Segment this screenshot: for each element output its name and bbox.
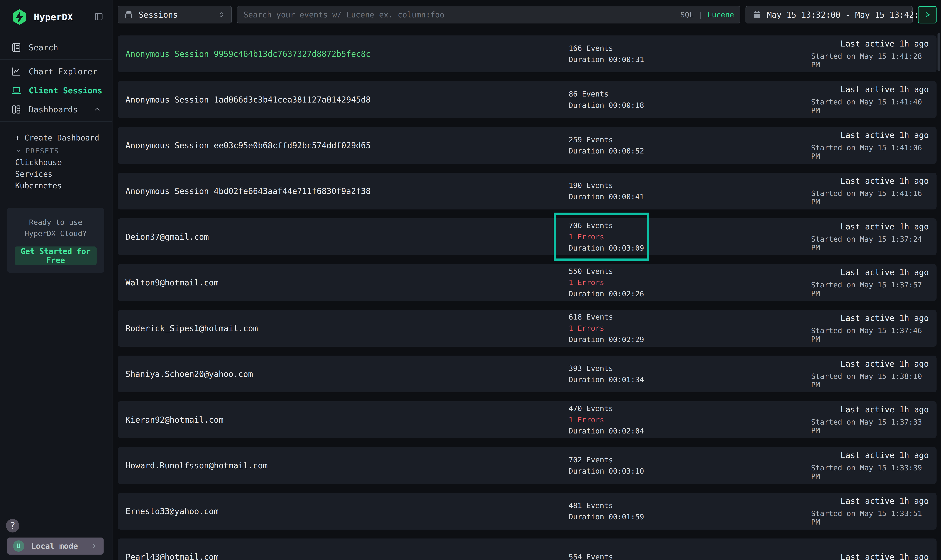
session-started: Started on May 15 1:38:10 PM (811, 372, 929, 389)
get-started-button[interactable]: Get Started for Free (15, 246, 97, 265)
chevron-right-icon (90, 542, 98, 550)
sidebar: HyperDX Search Chart Explorer Client Ses… (0, 0, 113, 560)
session-last-active: Last active 1h ago (841, 496, 929, 506)
sql-mode-button[interactable]: SQL (680, 11, 694, 19)
session-events: 166 Events (569, 44, 811, 53)
session-row[interactable]: Howard.Runolfsson@hotmail.com 702 Events… (118, 447, 936, 484)
chevron-down-icon (15, 147, 22, 154)
session-meta: Last active 1h ago Started on May 15 1:4… (811, 39, 929, 69)
session-stats: 259 Events Duration 00:00:52 (569, 135, 811, 155)
session-name: Anonymous Session 1ad066d3c3b41cea381127… (125, 95, 569, 105)
sidebar-nav: Search Chart Explorer Client Sessions Da… (0, 38, 112, 124)
dashboards-icon (11, 104, 22, 115)
run-query-button[interactable] (918, 6, 936, 23)
presets-label: PRESETS (26, 147, 59, 155)
session-last-active: Last active 1h ago (841, 552, 929, 560)
session-started: Started on May 15 1:41:28 PM (811, 52, 929, 69)
sidebar-item-label: Dashboards (29, 105, 78, 114)
session-stats: 481 Events Duration 00:01:59 (569, 501, 811, 522)
session-started: Started on May 15 1:41:06 PM (811, 143, 929, 160)
calendar-icon (753, 10, 761, 19)
journal-icon (11, 42, 22, 53)
query-language-toggle: SQL | Lucene (680, 11, 734, 19)
divider (0, 121, 112, 122)
source-select[interactable]: Sessions (118, 6, 232, 23)
search-bar: SQL | Lucene (237, 6, 740, 23)
session-row[interactable]: Roderick_Sipes1@hotmail.com 618 Events 1… (118, 310, 936, 347)
session-meta: Last active 1h ago Started on May 15 1:4… (811, 85, 929, 115)
session-last-active: Last active 1h ago (841, 451, 929, 460)
session-duration: Duration 00:01:34 (569, 375, 811, 384)
session-started: Started on May 15 1:37:33 PM (811, 418, 929, 435)
session-name: Pearl43@hotmail.com (125, 552, 569, 560)
session-name: Walton9@hotmail.com (125, 278, 569, 288)
session-row[interactable]: Anonymous Session 9959c464b13dc7637327d8… (118, 35, 936, 72)
session-meta: Last active 1h ago Started on May 15 1:3… (811, 313, 929, 343)
hyperdx-logo-icon (11, 9, 28, 26)
session-events: 470 Events (569, 404, 811, 413)
session-stats: 393 Events Duration 00:01:34 (569, 364, 811, 384)
scrollbar-thumb[interactable] (938, 33, 940, 71)
presets-toggle[interactable]: PRESETS (15, 145, 107, 157)
session-row[interactable]: Anonymous Session ee03c95e0b68cffd92bc57… (118, 127, 936, 164)
session-meta: Last active 1h ago Started on May 15 1:3… (811, 268, 929, 298)
cloud-promo-text: Ready to use HyperDX Cloud? (15, 217, 97, 239)
session-started: Started on May 15 1:33:39 PM (811, 463, 929, 480)
time-range-picker[interactable]: May 15 13:32:00 - May 15 13:42:00 (745, 6, 913, 23)
session-row[interactable]: Pearl43@hotmail.com 554 Events Last acti… (118, 538, 936, 560)
session-stats: 470 Events 1 Errors Duration 00:02:04 (569, 404, 811, 435)
session-duration: Duration 00:00:52 (569, 146, 811, 155)
session-events: 259 Events (569, 135, 811, 145)
play-icon (922, 10, 932, 20)
session-duration: Duration 00:00:41 (569, 192, 811, 202)
session-meta: Last active 1h ago Started on May 15 1:3… (811, 405, 929, 435)
session-last-active: Last active 1h ago (841, 222, 929, 231)
preset-item-services[interactable]: Services (15, 168, 107, 180)
session-stats: 702 Events Duration 00:03:10 (569, 455, 811, 476)
session-row[interactable]: Anonymous Session 1ad066d3c3b41cea381127… (118, 81, 936, 118)
sidebar-item-client-sessions[interactable]: Client Sessions (5, 81, 107, 100)
query-toolbar: Sessions SQL | Lucene May 15 13:32:00 - … (118, 6, 936, 23)
session-duration: Duration 00:03:09 (569, 243, 811, 253)
session-last-active: Last active 1h ago (841, 85, 929, 94)
search-input[interactable] (243, 10, 680, 19)
lucene-mode-button[interactable]: Lucene (708, 11, 734, 19)
create-dashboard-button[interactable]: + Create Dashboard (15, 131, 107, 144)
session-row[interactable]: Anonymous Session 4bd02fe6643aaf44e711f6… (118, 173, 936, 209)
brand-title: HyperDX (34, 12, 73, 23)
session-row[interactable]: Shaniya.Schoen20@yahoo.com 393 Events Du… (118, 355, 936, 392)
session-events: 393 Events (569, 364, 811, 373)
sidebar-item-label: Search (29, 43, 58, 52)
session-row[interactable]: Kieran92@hotmail.com 470 Events 1 Errors… (118, 401, 936, 438)
session-duration: Duration 00:02:26 (569, 289, 811, 298)
session-started: Started on May 15 1:37:24 PM (811, 235, 929, 252)
sidebar-item-dashboards[interactable]: Dashboards (5, 100, 107, 119)
session-duration: Duration 00:03:10 (569, 466, 811, 476)
session-row[interactable]: Deion37@gmail.com 706 Events 1 Errors Du… (118, 218, 936, 255)
session-row[interactable]: Walton9@hotmail.com 550 Events 1 Errors … (118, 264, 936, 301)
session-list: Anonymous Session 9959c464b13dc7637327d8… (118, 35, 936, 560)
time-range-value: May 15 13:32:00 - May 15 13:42:00 (767, 10, 929, 20)
source-icon (124, 10, 133, 19)
session-stats: 618 Events 1 Errors Duration 00:02:29 (569, 312, 811, 344)
user-menu[interactable]: U Local mode (7, 537, 103, 555)
session-row[interactable]: Ernesto33@yahoo.com 481 Events Duration … (118, 493, 936, 529)
preset-item-clickhouse[interactable]: Clickhouse (15, 157, 107, 168)
help-button[interactable]: ? (6, 519, 19, 532)
session-last-active: Last active 1h ago (841, 39, 929, 48)
session-errors: 1 Errors (569, 278, 811, 287)
sidebar-item-chart-explorer[interactable]: Chart Explorer (5, 62, 107, 81)
session-name: Ernesto33@yahoo.com (125, 506, 569, 516)
preset-item-kubernetes[interactable]: Kubernetes (15, 180, 107, 191)
session-name: Shaniya.Schoen20@yahoo.com (125, 369, 569, 379)
sidebar-item-search[interactable]: Search (5, 38, 107, 57)
session-events: 86 Events (569, 89, 811, 98)
session-stats: 554 Events (569, 552, 811, 560)
session-events: 550 Events (569, 267, 811, 276)
session-last-active: Last active 1h ago (841, 176, 929, 186)
spacer (0, 273, 112, 519)
session-name: Anonymous Session 9959c464b13dc7637327d8… (125, 49, 569, 59)
session-started: Started on May 15 1:41:40 PM (811, 98, 929, 115)
collapse-sidebar-icon[interactable] (94, 12, 103, 22)
session-stats: 86 Events Duration 00:00:18 (569, 89, 811, 110)
